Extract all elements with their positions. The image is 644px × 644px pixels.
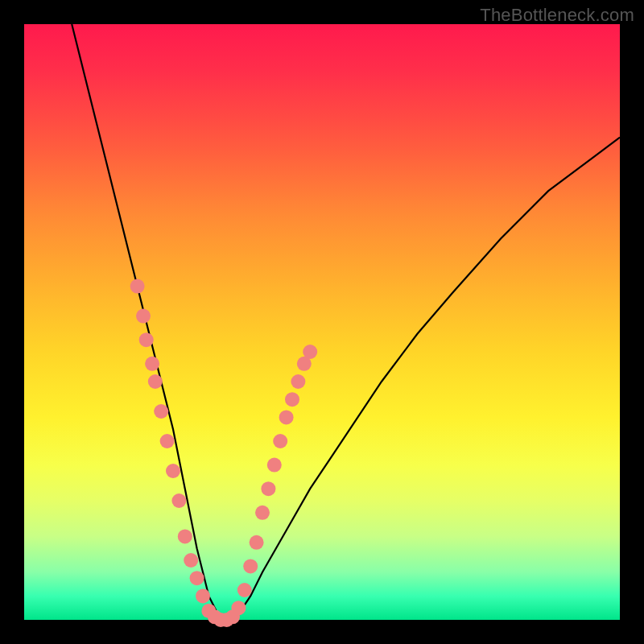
marker-dot [267, 458, 282, 473]
marker-dot [243, 559, 258, 573]
marker-dot [184, 553, 198, 568]
marker-dot [196, 588, 210, 603]
marker-dot [285, 392, 299, 407]
marker-dot [145, 357, 159, 371]
marker-dot [303, 345, 317, 359]
bottleneck-curve [72, 24, 620, 620]
marker-dot [190, 571, 204, 585]
marker-dot [237, 583, 252, 597]
marker-group [130, 279, 318, 627]
marker-dot [279, 410, 294, 424]
marker-dot [273, 434, 287, 448]
marker-dot [250, 535, 264, 550]
watermark-text: TheBottleneck.com [480, 5, 634, 26]
marker-dot [160, 434, 175, 448]
marker-dot [261, 481, 275, 496]
marker-dot [178, 529, 192, 543]
marker-dot [291, 374, 305, 389]
marker-dot [148, 374, 163, 389]
marker-dot [166, 464, 180, 478]
marker-dot [154, 404, 168, 419]
marker-dot [136, 309, 151, 324]
chart-frame: TheBottleneck.com [0, 0, 644, 644]
marker-dot [139, 332, 154, 347]
chart-svg [24, 24, 620, 620]
marker-dot [130, 279, 145, 294]
marker-dot [171, 493, 186, 508]
marker-dot [231, 601, 246, 615]
plot-area [24, 24, 620, 620]
marker-dot [255, 506, 270, 520]
